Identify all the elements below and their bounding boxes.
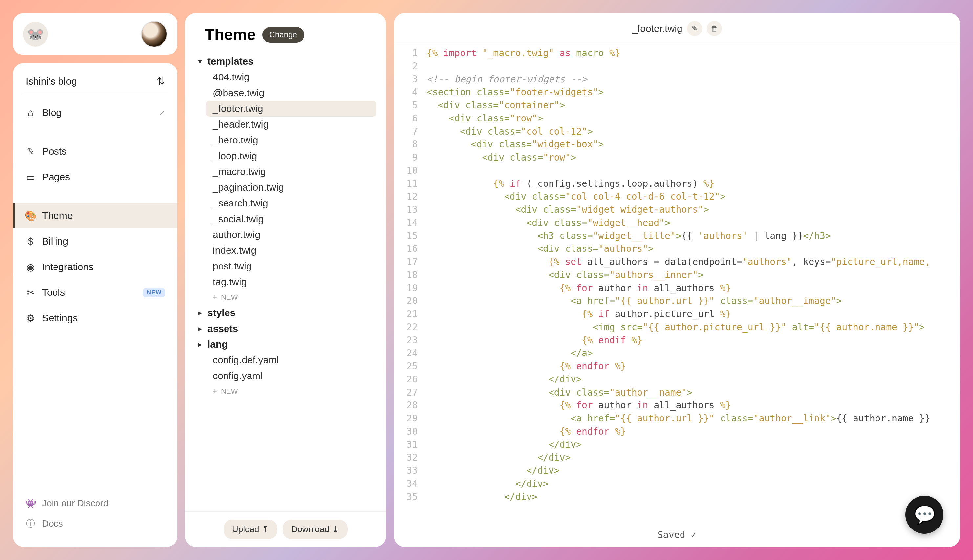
file-item[interactable]: _hero.twig: [206, 132, 376, 148]
download-button[interactable]: Download ⤓: [283, 520, 348, 539]
code-line: 28 {% for author in all_authors %}: [394, 399, 960, 412]
code-line: 33 </div>: [394, 464, 960, 477]
folder-lang[interactable]: ▸ lang: [195, 337, 376, 352]
folder-label: lang: [207, 339, 228, 350]
save-status: Saved ✓: [394, 528, 960, 542]
code-line: 1{% import "_macro.twig" as macro %}: [394, 47, 960, 60]
new-file-button[interactable]: + NEW: [206, 384, 376, 399]
code-line: 35 </div>: [394, 490, 960, 503]
trash-icon: 🗑: [711, 24, 718, 33]
code-line: 11 {% if (_config.settings.loop.authors)…: [394, 177, 960, 190]
sidebar-item-label: Pages: [42, 172, 70, 183]
sidebar-item-tools[interactable]: ✂ Tools NEW: [13, 280, 177, 305]
upload-button[interactable]: Upload ⤒: [223, 520, 277, 539]
caret-right-icon: ▸: [198, 340, 205, 348]
file-item[interactable]: _social.twig: [206, 211, 376, 227]
file-item[interactable]: _loop.twig: [206, 148, 376, 164]
caret-right-icon: ▸: [198, 309, 205, 317]
code-line: 2: [394, 60, 960, 73]
code-line: 19 {% for author in all_authors %}: [394, 282, 960, 295]
file-item[interactable]: post.twig: [206, 258, 376, 274]
file-item[interactable]: _macro.twig: [206, 164, 376, 180]
code-line: 6 <div class="row">: [394, 112, 960, 125]
file-item[interactable]: @base.twig: [206, 85, 376, 101]
folder-assets[interactable]: ▸ assets: [195, 321, 376, 337]
sidebar-item-discord[interactable]: 👾 Join our Discord: [25, 493, 165, 513]
sidebar-item-docs[interactable]: ⓘ Docs: [25, 513, 165, 534]
folder-templates[interactable]: ▾ templates: [195, 53, 376, 69]
file-item[interactable]: _footer.twig: [206, 101, 376, 117]
code-line: 31 </div>: [394, 438, 960, 452]
file-item[interactable]: tag.twig: [206, 274, 376, 290]
page-icon: ▭: [25, 172, 36, 183]
code-line: 24 </a>: [394, 347, 960, 360]
code-editor[interactable]: 1{% import "_macro.twig" as macro %}23<!…: [394, 44, 960, 547]
page-title: Theme: [205, 26, 256, 44]
caret-right-icon: ▸: [198, 325, 205, 333]
rename-button[interactable]: ✎: [687, 21, 702, 36]
new-badge: NEW: [143, 288, 165, 297]
code-line: 12 <div class="col col-4 col-d-6 col-t-1…: [394, 190, 960, 203]
sidebar-item-label: Join our Discord: [42, 498, 108, 508]
sidebar-item-pages[interactable]: ▭ Pages: [13, 164, 177, 190]
caret-down-icon: ▾: [198, 57, 205, 65]
file-item[interactable]: 404.twig: [206, 69, 376, 85]
discord-icon: 👾: [25, 498, 36, 509]
sidebar-item-label: Posts: [42, 146, 67, 157]
code-line: 15 <h3 class="widget__title">{{ 'authors…: [394, 230, 960, 243]
file-item[interactable]: _pagination.twig: [206, 180, 376, 195]
sidebar-item-billing[interactable]: $ Billing: [13, 228, 177, 254]
file-item[interactable]: index.twig: [206, 243, 376, 258]
sidebar-item-label: Blog: [42, 107, 62, 118]
avatar[interactable]: [141, 21, 167, 47]
plug-icon: ◉: [25, 261, 36, 272]
pencil-icon: ✎: [25, 146, 36, 157]
code-line: 34 </div>: [394, 477, 960, 490]
gear-icon: ⚙: [25, 312, 36, 324]
code-line: 7 <div class="col col-12">: [394, 125, 960, 138]
info-icon: ⓘ: [25, 518, 36, 529]
code-line: 13 <div class="widget widget-authors">: [394, 203, 960, 216]
chat-icon: 💬: [914, 505, 936, 525]
sidebar-item-blog[interactable]: ⌂ Blog ↗: [13, 100, 177, 125]
code-line: 4<section class="footer-widgets">: [394, 86, 960, 99]
folder-label: templates: [207, 56, 253, 67]
file-item[interactable]: config.yaml: [206, 368, 376, 384]
sidebar-item-settings[interactable]: ⚙ Settings: [13, 305, 177, 331]
editor-filename: _footer.twig: [632, 23, 682, 34]
sidebar-item-integrations[interactable]: ◉ Integrations: [13, 254, 177, 280]
app-logo[interactable]: 🐭: [23, 22, 48, 47]
code-line: 14 <div class="widget__head">: [394, 216, 960, 230]
code-line: 25 {% endfor %}: [394, 360, 960, 373]
code-line: 23 {% endif %}: [394, 334, 960, 347]
code-line: 10: [394, 164, 960, 177]
file-item[interactable]: author.twig: [206, 227, 376, 243]
blog-name: Ishini's blog: [26, 76, 77, 87]
folder-label: styles: [207, 307, 235, 318]
sidebar-item-posts[interactable]: ✎ Posts: [13, 138, 177, 164]
chat-fab[interactable]: 💬: [905, 496, 943, 534]
change-theme-button[interactable]: Change: [262, 27, 304, 43]
folder-styles[interactable]: ▸ styles: [195, 305, 376, 321]
sidebar-item-label: Docs: [42, 518, 63, 529]
external-link-icon: ↗: [159, 108, 165, 117]
delete-button[interactable]: 🗑: [707, 21, 722, 36]
sidebar-item-label: Settings: [42, 312, 77, 324]
sidebar-item-label: Theme: [42, 210, 73, 221]
new-file-button[interactable]: + NEW: [206, 290, 376, 305]
blog-switcher[interactable]: Ishini's blog ⇅: [22, 70, 168, 93]
upload-icon: ⤒: [262, 524, 269, 534]
palette-icon: 🎨: [25, 210, 36, 221]
file-item[interactable]: config.def.yaml: [206, 352, 376, 368]
home-icon: ⌂: [25, 107, 36, 118]
code-line: 21 {% if author.picture_url %}: [394, 308, 960, 321]
dollar-icon: $: [25, 236, 36, 247]
sidebar-item-theme[interactable]: 🎨 Theme: [13, 203, 177, 228]
download-icon: ⤓: [332, 524, 339, 534]
code-line: 30 {% endfor %}: [394, 425, 960, 438]
file-item[interactable]: _search.twig: [206, 195, 376, 211]
chevron-updown-icon: ⇅: [157, 75, 165, 87]
sidebar-item-label: Billing: [42, 236, 68, 247]
file-tree[interactable]: ▾ templates 404.twig@base.twig_footer.tw…: [185, 50, 386, 512]
file-item[interactable]: _header.twig: [206, 117, 376, 132]
